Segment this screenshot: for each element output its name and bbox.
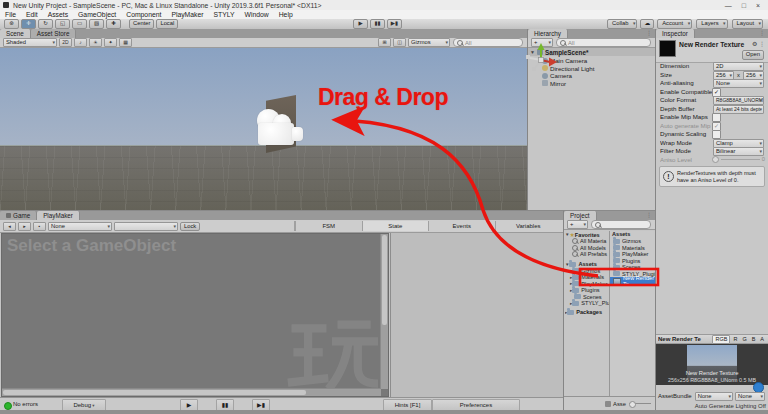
rotate-tool-button[interactable]: ↻ <box>38 19 53 29</box>
thumbnail-size-slider[interactable] <box>629 403 651 404</box>
hscroll-thumb[interactable] <box>3 390 306 395</box>
tab-project[interactable]: Project <box>564 211 597 220</box>
scale-tool-button[interactable]: ◱ <box>55 19 70 29</box>
shading-mode-dropdown[interactable]: Shaded <box>3 38 57 47</box>
maximize-button[interactable]: □ <box>742 2 746 9</box>
collab-dropdown[interactable]: Collab <box>607 19 637 29</box>
tab-variables[interactable]: Variables <box>495 221 562 231</box>
toggle-2d-button[interactable]: 2D <box>59 38 72 47</box>
preview-header[interactable]: New Render Te RGB R G B A <box>656 334 768 344</box>
custom-tool-button[interactable]: ✚ <box>106 19 121 29</box>
layout-dropdown[interactable]: Layout <box>732 19 763 29</box>
scene-fx-dropdown[interactable]: ✦ <box>104 38 117 47</box>
menu-playmaker[interactable]: PlayMaker <box>166 11 208 18</box>
scene-viewport[interactable] <box>0 48 527 210</box>
lock-button[interactable]: Lock <box>180 222 200 231</box>
menu-edit[interactable]: Edit <box>21 11 43 18</box>
gear-icon[interactable]: ⚙ <box>752 41 757 47</box>
menu-window[interactable]: Window <box>240 11 274 18</box>
project-search-input[interactable] <box>591 220 651 229</box>
auto-generate-lighting-status[interactable]: Auto Generate Lighting Off <box>656 403 766 409</box>
scene-audio-button[interactable]: ♪ <box>74 38 87 47</box>
menu-help[interactable]: Help <box>274 11 298 18</box>
favorites-header[interactable]: ▼★ Favorites <box>565 231 609 238</box>
field-size: Size 256 x 256 <box>656 71 768 80</box>
tab-state[interactable]: State <box>362 221 429 231</box>
scene-lighting-button[interactable]: ☀ <box>89 38 102 47</box>
fsm-state-dropdown[interactable] <box>114 222 178 231</box>
tab-scene[interactable]: Scene <box>0 29 31 38</box>
graph-hscrollbar[interactable] <box>2 388 381 396</box>
folder-icon <box>567 310 574 315</box>
channel-g-button[interactable]: G <box>740 336 748 343</box>
step-button[interactable]: ▶▮ <box>387 19 402 29</box>
slider-knob[interactable] <box>629 401 636 408</box>
hierarchy-search-input[interactable]: All <box>556 38 651 47</box>
layers-dropdown[interactable]: Layers <box>696 19 727 29</box>
channel-r-button[interactable]: R <box>731 336 739 343</box>
menu-component[interactable]: Component <box>121 11 166 18</box>
assetbundle-variant-dropdown[interactable]: None <box>735 392 765 401</box>
graph-message: Select a GameObject <box>7 236 176 256</box>
fsm-forward-button[interactable]: ▸ <box>18 222 31 231</box>
menu-styly[interactable]: STYLY <box>208 11 239 18</box>
list-item-new-render-texture-selected[interactable]: New Render Te <box>610 277 655 285</box>
assetbundle-dropdown[interactable]: None <box>695 392 733 401</box>
tab-game[interactable]: Game <box>0 211 37 220</box>
tree-styly-plugin[interactable]: ▸STYLY_Plu <box>565 300 609 307</box>
scene-search-input[interactable]: All <box>453 38 523 47</box>
open-button[interactable]: Open <box>742 50 764 60</box>
fsm-stop-button[interactable]: ▪ <box>33 222 46 231</box>
menu-assets[interactable]: Assets <box>43 11 73 18</box>
play-button[interactable]: ▶ <box>353 19 368 29</box>
context-menu-icon[interactable]: ⋮ <box>759 41 765 47</box>
tree-packages[interactable]: ▸Packages <box>565 309 609 316</box>
pivot-local-button[interactable]: Local <box>156 19 178 29</box>
fsm-selection-dropdown[interactable]: None <box>48 222 112 231</box>
move-icon: ✛ <box>26 20 31 26</box>
tab-events[interactable]: Events <box>428 221 495 231</box>
hand-tool-button[interactable]: ⊛ <box>4 19 19 29</box>
channel-rgb-button[interactable]: RGB <box>712 335 730 344</box>
cloud-icon: ☁ <box>644 20 650 26</box>
favorite-all-prefabs[interactable]: All Prefabs <box>565 251 609 258</box>
close-button[interactable]: × <box>756 2 760 9</box>
tab-playmaker[interactable]: PlayMaker <box>37 211 80 220</box>
rect-tool-button[interactable]: ▭ <box>72 19 87 29</box>
hierarchy-menu-icon[interactable]: ⋮ <box>646 29 655 38</box>
tab-hierarchy[interactable]: Hierarchy <box>528 29 568 38</box>
playmaker-graph-view[interactable]: Select a GameObject <box>1 233 389 397</box>
transform-tool-button[interactable]: ▧ <box>89 19 104 29</box>
menu-file[interactable]: File <box>0 11 21 18</box>
menu-gameobject[interactable]: GameObject <box>73 11 121 18</box>
tab-asset-store[interactable]: Asset Store <box>31 29 77 38</box>
scene-tools-button[interactable]: ⊞ <box>378 38 391 47</box>
scene-camera-dropdown[interactable]: ◫ <box>393 38 406 47</box>
graph-vscrollbar[interactable] <box>380 234 388 389</box>
account-dropdown[interactable]: Account <box>657 19 692 29</box>
pause-button[interactable]: ▮▮ <box>370 19 385 29</box>
channel-a-button[interactable]: A <box>758 336 766 343</box>
camera-object-body[interactable] <box>258 123 294 145</box>
hierarchy-item-mirror[interactable]: Mirror <box>542 80 566 87</box>
unity-editor-window: New Unity Project - SampleScene - PC, Ma… <box>0 0 768 414</box>
cloud-button[interactable]: ☁ <box>640 19 654 29</box>
project-menu-icon[interactable]: ⋮ <box>646 211 655 220</box>
move-tool-button[interactable]: ✛ <box>21 19 36 29</box>
camera-object-lens[interactable] <box>292 127 303 141</box>
tab-fsm[interactable]: FSM <box>295 221 362 231</box>
fsm-back-button[interactable]: ◂ <box>3 222 16 231</box>
gizmos-dropdown[interactable]: Gizmos <box>408 38 450 47</box>
vscroll-thumb[interactable] <box>382 235 387 325</box>
channel-b-button[interactable]: B <box>750 336 758 343</box>
list-header: Assets <box>610 231 655 238</box>
tab-inspector[interactable]: Inspector <box>656 29 695 38</box>
warning-text: RenderTextures with depth must have an A… <box>677 170 764 183</box>
pivot-center-button[interactable]: Center <box>129 19 154 29</box>
list-item-playmaker[interactable]: PlayMaker <box>610 251 655 258</box>
scene-grid-dropdown[interactable]: ▦ <box>119 38 132 47</box>
minimize-button[interactable]: — <box>725 2 732 9</box>
scene-orientation-gizmo[interactable] <box>524 42 558 78</box>
inspector-menu-icon[interactable]: ⋮ <box>759 29 768 38</box>
project-add-dropdown[interactable]: + <box>567 220 588 229</box>
